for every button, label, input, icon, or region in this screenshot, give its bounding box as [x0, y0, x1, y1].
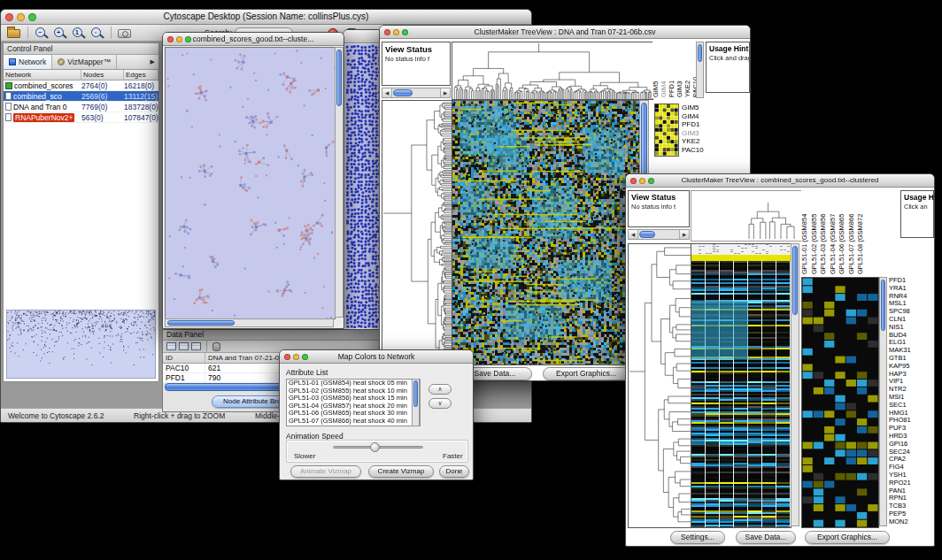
gene-label[interactable]: VIP1 — [889, 378, 934, 386]
gene-label[interactable]: SEC24 — [889, 449, 934, 456]
scroll-right-icon[interactable]: ▶ — [440, 88, 450, 97]
maximize-icon[interactable] — [28, 13, 36, 21]
zoom-out-icon[interactable]: − — [34, 26, 50, 41]
gene-label[interactable]: GIM3 — [682, 129, 706, 138]
column-labels-vscrollbar[interactable] — [696, 42, 704, 98]
gene-label[interactable]: MSL1 — [889, 300, 934, 308]
gene-label[interactable]: CLN1 — [889, 316, 934, 324]
gene-label[interactable]: MAK31 — [889, 347, 934, 355]
done-button[interactable]: Done — [439, 465, 469, 478]
column-label[interactable]: GIM3 — [676, 42, 684, 97]
gene-label[interactable]: GPI16 — [889, 441, 934, 449]
gene-label[interactable]: KAP95 — [889, 363, 934, 371]
gene-label[interactable]: GIM4 — [682, 112, 706, 121]
gene-label[interactable]: RPO21 — [889, 479, 934, 487]
gene-label[interactable]: YKE2 — [682, 137, 706, 146]
network-view-titlebar[interactable]: combined_scores_good.txt--cluste... — [163, 33, 344, 46]
gene-label[interactable]: GIM5 — [682, 104, 706, 112]
network-vscrollbar[interactable] — [335, 47, 344, 318]
col-nodes[interactable]: Nodes — [81, 70, 124, 80]
gene-label[interactable]: PEP5 — [889, 510, 934, 518]
heatmap-vscrollbar[interactable] — [791, 243, 799, 526]
attribute-item[interactable]: GPL51-08 (GSM868) heat shock 60 min — [287, 426, 420, 426]
export-graphics-button[interactable]: Export Graphics... — [805, 531, 890, 544]
column-dendrogram-canvas[interactable] — [452, 42, 653, 100]
zoom-in-icon[interactable]: + — [52, 26, 68, 41]
gene-label[interactable]: HRD3 — [889, 433, 934, 441]
minimize-icon[interactable] — [17, 13, 25, 21]
col-network[interactable]: Network — [4, 70, 81, 80]
gene-label[interactable]: TCB3 — [889, 502, 934, 510]
gene-label[interactable]: PFD1 — [682, 120, 706, 129]
col-id[interactable]: ID — [163, 353, 205, 363]
network-overview-thumbnail[interactable] — [6, 310, 156, 379]
export-graphics-button[interactable]: Export Graphics... — [543, 367, 629, 380]
gene-label[interactable]: YSH1 — [889, 472, 934, 479]
gene-label[interactable]: MON2 — [889, 518, 934, 526]
main-titlebar[interactable]: Cytoscape Desktop (Session Name: collins… — [1, 10, 531, 25]
gene-label[interactable]: RNR4 — [889, 293, 934, 301]
column-label[interactable]: PFD1 — [668, 42, 676, 97]
settings-button[interactable]: Settings... — [670, 531, 725, 544]
minimize-icon[interactable] — [639, 178, 645, 184]
close-icon[interactable] — [5, 13, 13, 21]
col-edges[interactable]: Edges — [124, 70, 158, 80]
gene-label[interactable]: PFD1 — [889, 277, 934, 285]
map-dialog-titlebar[interactable]: Map Colors to Network — [280, 350, 473, 364]
column-label[interactable]: GPL51-07 (GSM866 — [848, 191, 858, 274]
column-label[interactable]: GPL51-04 (GSM857 — [830, 191, 839, 274]
move-up-button[interactable]: ∧ — [429, 384, 452, 395]
gene-label[interactable]: BUD4 — [889, 332, 934, 340]
gene-label[interactable]: FIG4 — [889, 464, 934, 472]
gene-label[interactable]: HMG1 — [889, 410, 934, 418]
gene-label[interactable]: YRA1 — [889, 285, 934, 293]
column-label[interactable]: YKE2 — [684, 42, 692, 97]
gene-label[interactable]: GTB1 — [889, 355, 934, 363]
gene-label[interactable]: SPC98 — [889, 308, 934, 316]
network-hscrollbar[interactable] — [165, 318, 334, 327]
snapshot-icon[interactable] — [117, 26, 133, 41]
gene-label[interactable]: PUF3 — [889, 425, 934, 433]
close-icon[interactable] — [167, 36, 174, 42]
tab-network[interactable]: Network — [4, 55, 52, 69]
minimize-icon[interactable] — [393, 29, 399, 35]
column-label[interactable]: GPL51-03 (GSM856 — [820, 191, 830, 274]
zoom-heatmap-canvas[interactable] — [801, 277, 879, 528]
row-dendrogram-canvas[interactable] — [628, 243, 691, 528]
maximize-icon[interactable] — [185, 36, 191, 42]
column-label[interactable]: GIM4 — [660, 42, 668, 97]
column-label[interactable]: GIM5 — [652, 42, 660, 97]
attribute-select-icon[interactable] — [179, 342, 189, 350]
minimize-icon[interactable] — [293, 354, 299, 360]
column-dendrogram-canvas[interactable] — [746, 202, 799, 239]
column-label[interactable]: GPL51-08 (GSM872 — [857, 191, 867, 274]
gene-label[interactable]: PAN1 — [889, 487, 934, 495]
global-heatmap-canvas[interactable] — [691, 243, 791, 528]
maximize-icon[interactable] — [648, 178, 654, 184]
tab-overflow-arrow-icon[interactable]: ▶ — [147, 55, 158, 69]
maximize-icon[interactable] — [402, 29, 408, 35]
network-row[interactable]: combined_scores 2764(0) 16218(0) — [4, 81, 158, 91]
database-icon[interactable] — [212, 342, 220, 351]
network-row[interactable]: RNAPuberNov2+ 563(0) 107847(0) — [4, 112, 158, 123]
attribute-create-icon[interactable] — [191, 342, 201, 350]
gene-label[interactable]: RPN1 — [889, 495, 934, 502]
scroll-left-icon[interactable]: ◀ — [382, 88, 392, 97]
gene-label[interactable]: PHO81 — [889, 417, 934, 425]
background-network-titlebar[interactable] — [344, 30, 382, 43]
gene-label[interactable]: ELG1 — [889, 339, 934, 347]
network-row[interactable]: DNA and Tran 0 7769(0) 183728(0) — [4, 102, 158, 112]
attribute-list[interactable]: GPL51-01 (GSM854) heat shock 05 minGPL51… — [286, 379, 421, 426]
column-label[interactable]: GPL51-02 (GSM855 — [811, 191, 821, 274]
network-row-selected[interactable]: combined_sco 2569(6) 13112(15) — [4, 91, 158, 102]
column-label[interactable]: GPL51-06 (GSM865 — [838, 191, 848, 274]
network-graph-canvas[interactable] — [165, 47, 336, 319]
close-icon[interactable] — [384, 29, 390, 35]
close-icon[interactable] — [630, 178, 637, 184]
heatmap-canvas[interactable] — [452, 100, 640, 365]
save-data-button[interactable]: Save Data... — [736, 531, 796, 544]
dense-network-canvas[interactable] — [345, 44, 382, 328]
minimize-icon[interactable] — [176, 36, 182, 42]
zoom-one-to-one-icon[interactable]: 1 — [71, 26, 87, 41]
treeview-combined-titlebar[interactable]: ClusterMaker TreeView : combined_scores_… — [626, 174, 934, 188]
